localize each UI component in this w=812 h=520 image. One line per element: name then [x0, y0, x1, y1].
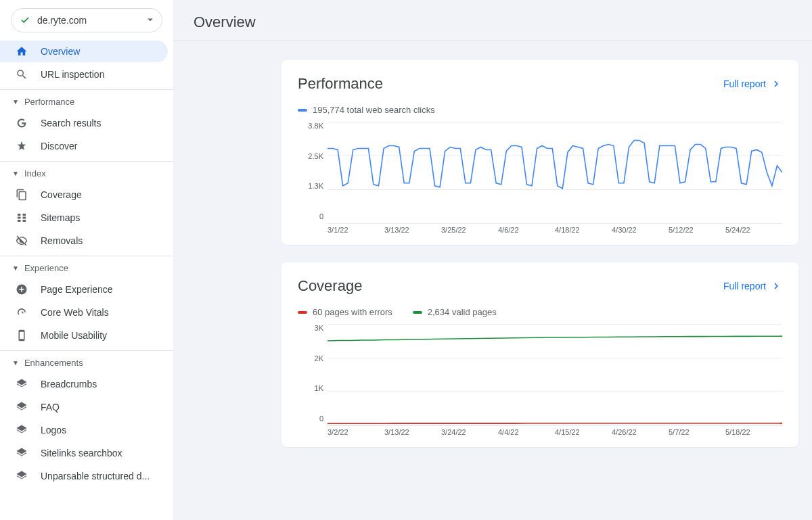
- nav-label: Breadcrumbs: [41, 379, 97, 389]
- triangle-down-icon: ▼: [12, 359, 19, 367]
- nav-item-overview[interactable]: Overview: [0, 41, 168, 62]
- y-tick: 1K: [298, 384, 323, 392]
- nav-item-unparsable-structured-d-[interactable]: Unparsable structured d...: [0, 465, 168, 487]
- y-tick: 1.3K: [298, 182, 323, 190]
- y-tick: 0: [298, 212, 323, 220]
- x-tick: 4/6/22: [498, 226, 555, 234]
- link-label: Full report: [723, 78, 766, 89]
- coverage-title: Coverage: [298, 277, 362, 295]
- nav-item-sitemaps[interactable]: Sitemaps: [0, 207, 168, 229]
- nav-item-logos[interactable]: Logos: [0, 419, 168, 441]
- visibility-off-icon: [15, 234, 28, 247]
- triangle-down-icon: ▼: [12, 98, 19, 105]
- nav-section-enhancements[interactable]: ▼Enhancements: [0, 350, 173, 373]
- property-selector[interactable]: de.ryte.com: [11, 8, 162, 32]
- x-tick: 4/30/22: [612, 226, 669, 234]
- performance-full-report-link[interactable]: Full report: [723, 78, 782, 90]
- nav-label: Discover: [41, 141, 77, 151]
- nav-item-sitelinks-searchbox[interactable]: Sitelinks searchbox: [0, 442, 168, 464]
- nav-label: Logos: [41, 425, 66, 435]
- x-tick: 4/4/22: [498, 428, 555, 436]
- nav-section-performance[interactable]: ▼Performance: [0, 89, 173, 112]
- performance-legend: 195,774 total web search clicks: [298, 105, 435, 115]
- nav-item-search-results[interactable]: Search results: [0, 112, 168, 134]
- chevron-right-icon: [770, 78, 782, 90]
- x-tick: 5/24/22: [725, 226, 782, 234]
- x-tick: 3/1/22: [328, 226, 384, 234]
- nav-item-url-inspection[interactable]: URL inspection: [0, 64, 168, 85]
- performance-card: Performance Full report 195,774 total we…: [281, 60, 798, 245]
- y-tick: 2K: [298, 354, 323, 362]
- star-icon: [15, 139, 28, 153]
- sitemap-icon: [15, 211, 28, 224]
- nav-label: Coverage: [41, 189, 82, 200]
- g-icon: [15, 116, 28, 130]
- performance-chart: 3.8K2.5K1.3K0: [298, 122, 782, 223]
- phone-icon: [15, 329, 28, 342]
- legend-label: 2,634 valid pages: [428, 307, 497, 317]
- main: Overview Performance Full report 195,774…: [173, 0, 812, 520]
- triangle-down-icon: ▼: [12, 264, 19, 272]
- x-tick: 3/24/22: [441, 428, 498, 436]
- nav-label: Search results: [41, 118, 101, 128]
- verified-icon: [20, 15, 30, 26]
- nav-item-page-experience[interactable]: Page Experience: [0, 279, 168, 300]
- x-tick: 5/12/22: [669, 226, 725, 234]
- x-tick: 5/18/22: [725, 428, 782, 436]
- nav-item-breadcrumbs[interactable]: Breadcrumbs: [0, 373, 168, 395]
- section-title: Performance: [24, 97, 74, 107]
- link-label: Full report: [723, 281, 766, 291]
- x-tick: 5/7/22: [669, 428, 725, 436]
- x-tick: 3/2/22: [328, 428, 384, 436]
- y-tick: 2.5K: [298, 152, 323, 160]
- layers-icon: [15, 469, 28, 483]
- layers-icon: [15, 400, 28, 414]
- nav-label: Sitelinks searchbox: [41, 448, 122, 458]
- sidebar: de.ryte.com OverviewURL inspection ▼Perf…: [0, 0, 173, 520]
- nav-label: Overview: [41, 46, 80, 57]
- x-tick: 3/25/22: [441, 226, 498, 234]
- nav-section-index[interactable]: ▼Index: [0, 161, 173, 184]
- legend-label: 60 pages with errors: [313, 307, 392, 317]
- nav-label: Core Web Vitals: [41, 307, 109, 318]
- home-icon: [15, 45, 28, 58]
- section-title: Enhancements: [24, 358, 83, 368]
- performance-title: Performance: [298, 75, 383, 93]
- section-title: Index: [24, 168, 46, 179]
- layers-icon: [15, 377, 28, 391]
- nav-item-faq[interactable]: FAQ: [0, 396, 168, 418]
- search-icon: [15, 68, 28, 81]
- dropdown-icon: [144, 14, 156, 28]
- x-tick: 3/13/22: [384, 226, 441, 234]
- nav-label: URL inspection: [41, 69, 104, 80]
- x-tick: 4/18/22: [555, 226, 612, 234]
- nav-label: Mobile Usability: [41, 330, 107, 341]
- nav-item-core-web-vitals[interactable]: Core Web Vitals: [0, 302, 168, 323]
- legend-label: 195,774 total web search clicks: [313, 105, 435, 115]
- nav-item-mobile-usability[interactable]: Mobile Usability: [0, 325, 168, 346]
- nav-item-removals[interactable]: Removals: [0, 230, 168, 252]
- triangle-down-icon: ▼: [12, 170, 19, 177]
- nav-label: Sitemaps: [41, 212, 80, 223]
- nav-section-experience[interactable]: ▼Experience: [0, 256, 173, 279]
- nav-label: FAQ: [41, 402, 60, 412]
- coverage-card: Coverage Full report 60 pages with error…: [281, 262, 798, 447]
- coverage-legend-errors: 60 pages with errors: [298, 307, 392, 317]
- chevron-right-icon: [770, 280, 782, 292]
- layers-icon: [15, 423, 28, 437]
- coverage-chart: 3K2K1K0: [298, 324, 782, 425]
- x-tick: 4/15/22: [555, 428, 612, 436]
- nav-label: Page Experience: [41, 284, 113, 295]
- coverage-full-report-link[interactable]: Full report: [723, 280, 782, 292]
- y-tick: 0: [298, 415, 323, 423]
- nav-label: Unparsable structured d...: [41, 471, 150, 481]
- coverage-legend-valid: 2,634 valid pages: [413, 307, 497, 317]
- nav-item-coverage[interactable]: Coverage: [0, 184, 168, 206]
- section-title: Experience: [24, 263, 68, 273]
- plus-circle-icon: [15, 283, 28, 296]
- page-title: Overview: [173, 0, 812, 41]
- y-tick: 3K: [298, 324, 323, 332]
- nav-item-discover[interactable]: Discover: [0, 135, 168, 157]
- layers-icon: [15, 446, 28, 460]
- gauge-icon: [15, 306, 28, 319]
